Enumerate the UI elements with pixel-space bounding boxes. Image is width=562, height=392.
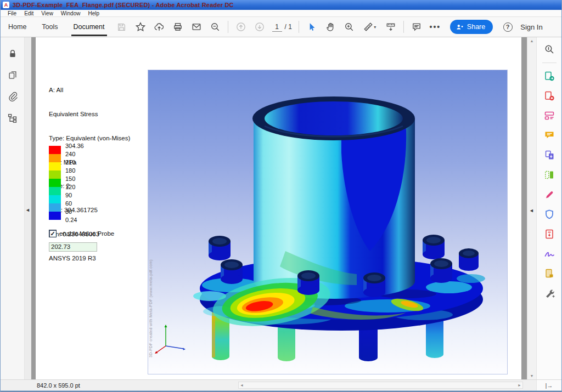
legend-color-band <box>49 146 61 154</box>
acrobat-app-icon: A <box>3 2 9 8</box>
more-options-icon: ••• <box>430 22 441 31</box>
legend-color-band <box>49 154 61 162</box>
menu-help[interactable]: Help <box>84 10 103 16</box>
enable-value-probe-checkbox[interactable]: ✓ <box>49 230 57 237</box>
legend-color-band <box>49 171 61 179</box>
more-tools-menu-button[interactable]: ••• <box>428 20 443 34</box>
scroll-right-arrow-icon[interactable]: ► <box>518 383 521 387</box>
vertical-scrollbar[interactable]: ▲ ◄ ▼ <box>527 37 536 379</box>
collapse-left-pane-handle[interactable]: ◄ <box>25 208 30 213</box>
adobe-sign-icon[interactable] <box>543 247 556 260</box>
ruler-tool-button[interactable] <box>383 20 398 34</box>
meta-pdf-watermark: 3D-PDF created with Meta-PDF (www.meta-p… <box>149 259 153 357</box>
menu-edit[interactable]: Edit <box>20 10 37 16</box>
cloud-upload-icon <box>154 22 164 32</box>
previous-page-button[interactable] <box>233 20 249 34</box>
search-tools-icon[interactable] <box>543 43 556 56</box>
menu-window[interactable]: Window <box>57 10 85 16</box>
page-number-input[interactable]: 1 <box>272 22 282 32</box>
help-icon: ? <box>503 22 513 32</box>
legend-color-scale <box>49 146 61 220</box>
tab-document[interactable]: Document <box>71 17 107 37</box>
legend-value: 304.36 <box>65 142 84 150</box>
legend-color-band <box>49 179 61 187</box>
page-indicator: 1 / 1 <box>272 22 292 32</box>
page-size-label: 842.0 x 595.0 pt <box>37 382 80 389</box>
email-button[interactable] <box>189 20 204 34</box>
compress-pdf-icon[interactable] <box>543 228 556 241</box>
hand-icon <box>325 22 335 32</box>
organize-pages-icon[interactable] <box>543 168 556 181</box>
add-bookmark-button[interactable] <box>133 20 148 34</box>
legend-color-band <box>49 195 61 203</box>
status-bar: 842.0 x 595.0 pt ◄ ► |→ <box>1 379 561 390</box>
toolbar-separator <box>228 21 228 33</box>
menu-file[interactable]: File <box>4 10 20 16</box>
help-button[interactable]: ? <box>500 20 515 34</box>
annotation-line: Unit: MPa <box>49 158 130 167</box>
scroll-down-arrow-icon[interactable]: ▼ <box>527 374 536 378</box>
left-sidebar <box>1 37 25 379</box>
annotation-line: ANSYS 2019 R3 <box>49 254 130 263</box>
send-for-signature-icon[interactable] <box>543 267 556 280</box>
menu-view[interactable]: View <box>37 10 57 16</box>
print-button[interactable] <box>170 20 186 34</box>
page-thumbnails-icon[interactable] <box>6 69 19 82</box>
legend-color-band <box>49 187 61 195</box>
probe-value-field[interactable]: 202.73 <box>49 242 97 252</box>
legend-value: 240 <box>65 150 84 158</box>
zoom-in-icon <box>344 22 354 32</box>
comment-icon[interactable] <box>543 129 556 142</box>
comment-tool-button[interactable] <box>409 20 424 34</box>
protect-icon[interactable] <box>543 208 556 221</box>
hand-tool-button[interactable] <box>323 20 338 34</box>
collapse-right-pane-handle[interactable]: ◄ <box>529 208 534 213</box>
share-button[interactable]: Share <box>450 20 493 34</box>
next-page-button[interactable] <box>252 20 267 34</box>
sign-in-link[interactable]: Sign In <box>520 23 542 31</box>
create-pdf-icon[interactable] <box>543 89 556 103</box>
model-tree-icon[interactable] <box>6 111 19 124</box>
value-probe-control: ✓ enable Value Probe <box>49 230 114 237</box>
zoom-out-button[interactable] <box>207 20 223 34</box>
arrow-up-circle-icon <box>236 22 246 32</box>
annotation-line: A: All <box>49 86 130 94</box>
upload-cloud-button[interactable] <box>151 20 167 34</box>
legend-value: 30 <box>65 208 84 216</box>
zoom-in-button[interactable] <box>341 20 357 34</box>
scroll-up-arrow-icon[interactable]: ▲ <box>527 39 536 43</box>
fill-and-sign-icon[interactable] <box>543 188 556 201</box>
arrow-down-circle-icon <box>255 22 265 32</box>
share-person-icon <box>456 23 464 31</box>
horizontal-scrollbar[interactable]: ◄ ► <box>238 382 523 389</box>
legend-value: 210 <box>65 158 84 167</box>
scroll-left-arrow-icon[interactable]: ◄ <box>240 383 244 387</box>
open-tools-pane-icon[interactable]: |→ <box>546 382 553 389</box>
annotation-line: Time: 2 <box>49 182 130 190</box>
measure-tool-button[interactable]: ▾ <box>360 20 380 34</box>
envelope-icon <box>192 22 201 32</box>
acrobat-reader-window: A 3D-PDF-Example_FEA_Flange.pdf (SECURED… <box>0 0 562 392</box>
more-tools-icon[interactable] <box>543 287 556 300</box>
panel-divider <box>542 63 557 63</box>
measure-icon <box>363 22 373 32</box>
canvas-gutter-right <box>521 37 527 379</box>
annotation-line: Max: 304.361725 <box>49 206 130 214</box>
comment-bubble-icon <box>412 22 422 32</box>
save-button[interactable] <box>114 20 130 34</box>
edit-pdf-icon[interactable] <box>543 109 556 122</box>
3d-model-viewport[interactable]: 3D-PDF created with Meta-PDF (www.meta-p… <box>148 70 508 374</box>
secure-lock-icon[interactable] <box>6 47 19 60</box>
legend-color-band <box>49 212 61 220</box>
tab-tools[interactable]: Tools <box>40 17 60 37</box>
fea-flange-model <box>148 70 507 374</box>
toolbar-separator <box>403 21 404 33</box>
export-pdf-icon[interactable] <box>543 70 556 83</box>
select-tool-button[interactable] <box>304 20 319 34</box>
content-area: ◄ A: All Equivalent Stress Type: Equival… <box>1 37 561 379</box>
window-title: 3D-PDF-Example_FEA_Flange.pdf (SECURED) … <box>13 2 234 8</box>
combine-files-icon[interactable] <box>543 149 556 162</box>
tab-home[interactable]: Home <box>6 17 29 37</box>
dropdown-caret-icon: ▾ <box>374 25 376 30</box>
attachments-paperclip-icon[interactable] <box>6 90 19 103</box>
